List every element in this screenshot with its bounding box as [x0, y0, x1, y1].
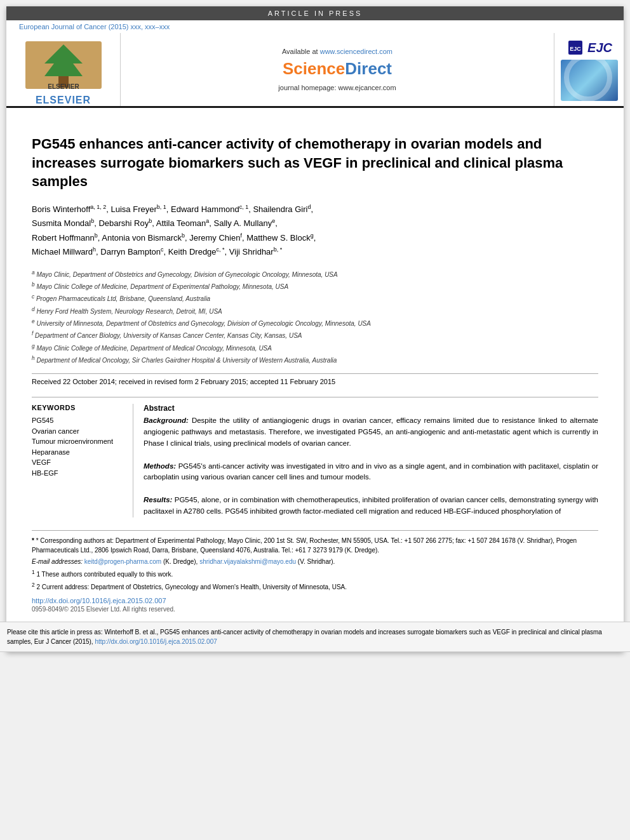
journal-homepage-label: journal homepage: [278, 84, 336, 91]
ejc-symbol-icon: EJC [566, 38, 585, 57]
elsevier-wordmark: ELSEVIER [19, 95, 108, 106]
keywords-title: KEYWORDS [32, 404, 125, 411]
doi-link[interactable]: http://dx.doi.org/10.1016/j.ejca.2015.02… [32, 597, 166, 604]
received-line: Received 22 October 2014; received in re… [32, 373, 598, 385]
page: ARTICLE IN PRESS European Journal of Can… [6, 6, 624, 652]
background-label: Background: [144, 417, 189, 424]
keyword-item: Heparanase [32, 447, 125, 458]
available-at-label: Available at [282, 48, 318, 55]
cite-doi-link[interactable]: http://dx.doi.org/10.1016/j.ejca.2015.02… [95, 638, 217, 645]
ejc-text: EJC [587, 41, 612, 55]
keyword-item: HB-EGF [32, 468, 125, 479]
journal-homepage-link[interactable]: www.ejcancer.com [338, 84, 396, 91]
keywords-list: PG545Ovarian cancerTumour microenvironme… [32, 415, 125, 478]
results-label: Results: [144, 496, 172, 503]
keyword-item: VEGF [32, 457, 125, 468]
article-title: PG545 enhances anti-cancer activity of c… [32, 135, 598, 191]
footnote2: 2 2 Current address: Department of Obste… [32, 581, 598, 592]
background-text: Despite the utility of antiangiogenic dr… [144, 417, 598, 447]
journal-homepage: journal homepage: www.ejcancer.com [278, 84, 396, 91]
content-area: PG545 enhances anti-cancer activity of c… [6, 108, 624, 613]
journal-line: European Journal of Cancer (2015) xxx, x… [6, 20, 624, 33]
keyword-item: PG545 [32, 415, 125, 426]
doi-line: http://dx.doi.org/10.1016/j.ejca.2015.02… [32, 597, 598, 604]
methods-text: PG545's anti-cancer activity was investi… [144, 462, 598, 481]
corresponding-footnote: * * Corresponding authors at: Department… [32, 536, 598, 555]
affiliations: a Mayo Clinic, Department of Obstetrics … [32, 269, 598, 366]
email2-link[interactable]: shridhar.vijayalakshmi@mayo.edu [199, 558, 296, 565]
elsevier-logo: ELSEVIER ELSEVIER [19, 41, 108, 98]
ejc-logo-inner: EJC EJC [566, 38, 612, 57]
footnotes-area: * * Corresponding authors at: Department… [32, 530, 598, 592]
footnote1-text: 1 These authors contributed equally to t… [36, 571, 173, 578]
results-text: PG545, alone, or in combination with che… [144, 496, 598, 515]
ejc-cover-image [561, 60, 618, 101]
copyright-line: 0959-8049/© 2015 Elsevier Ltd. All right… [32, 606, 598, 613]
svg-text:ELSEVIER: ELSEVIER [48, 83, 79, 90]
keywords-abstract-row: KEYWORDS PG545Ovarian cancerTumour micro… [32, 397, 598, 517]
author-sally: Sally [214, 219, 232, 229]
banner-text: ARTICLE IN PRESS [268, 10, 363, 17]
affiliation-item: a Mayo Clinic, Department of Obstetrics … [32, 269, 598, 280]
journal-line-text: European Journal of Cancer (2015) xxx, x… [19, 23, 170, 30]
email1-link[interactable]: keitd@progen-pharma.com [84, 558, 161, 565]
author-matthew: Matthew [246, 233, 278, 243]
authors-line: Boris Winterhoffa, 1, 2, Luisa Freyerb, … [32, 203, 598, 260]
author-roy: Roy [134, 219, 149, 229]
cite-box: Please cite this article in press as: Wi… [0, 622, 630, 652]
email-footnote: E-mail addresses: keitd@progen-pharma.co… [32, 557, 598, 566]
affiliation-item: d Henry Ford Health System, Neurology Re… [32, 305, 598, 317]
ejc-logo-box: EJC EJC [554, 33, 624, 106]
keywords-col: KEYWORDS PG545Ovarian cancerTumour micro… [32, 404, 133, 517]
svg-text:EJC: EJC [570, 46, 581, 52]
article-in-press-banner: ARTICLE IN PRESS [6, 6, 624, 20]
header-area: ELSEVIER ELSEVIER Available at www.scien… [6, 33, 624, 108]
email1-name: (K. Dredge), [163, 558, 198, 565]
emails-label: E-mail addresses: [32, 558, 83, 565]
keyword-item: Ovarian cancer [32, 426, 125, 437]
center-header: Available at www.sciencedirect.com Scien… [121, 33, 554, 106]
sciencedirect-link[interactable]: www.sciencedirect.com [320, 48, 392, 55]
footnote1: 1 1 These authors contributed equally to… [32, 568, 598, 579]
corresponding-text: * Corresponding authors at: Department o… [32, 537, 577, 554]
affiliation-item: h Department of Medical Oncology, Sir Ch… [32, 354, 598, 366]
affiliation-item: g Mayo Clinic College of Medicine, Depar… [32, 342, 598, 354]
abstract-col: Abstract Background: Despite the utility… [144, 404, 598, 517]
affiliation-item: f Department of Cancer Biology, Universi… [32, 330, 598, 341]
abstract-title: Abstract [144, 404, 598, 413]
affiliation-item: c Progen Pharmaceuticals Ltd, Brisbane, … [32, 293, 598, 304]
elsevier-tree-svg: ELSEVIER [25, 41, 102, 92]
abstract-text: Background: Despite the utility of antia… [144, 415, 598, 517]
keyword-item: Tumour microenvironment [32, 436, 125, 447]
sciencedirect-logo: ScienceDirect [283, 59, 392, 79]
affiliation-item: b Mayo Clinic College of Medicine, Depar… [32, 281, 598, 292]
elsevier-logo-box: ELSEVIER ELSEVIER [6, 33, 121, 106]
methods-label: Methods: [144, 462, 176, 470]
available-at: Available at www.sciencedirect.com [282, 48, 392, 55]
email2-name: (V. Shridhar). [298, 558, 335, 565]
affiliation-item: e University of Minnesota, Department of… [32, 317, 598, 329]
footnote2-text: 2 Current address: Department of Obstetr… [36, 583, 347, 590]
